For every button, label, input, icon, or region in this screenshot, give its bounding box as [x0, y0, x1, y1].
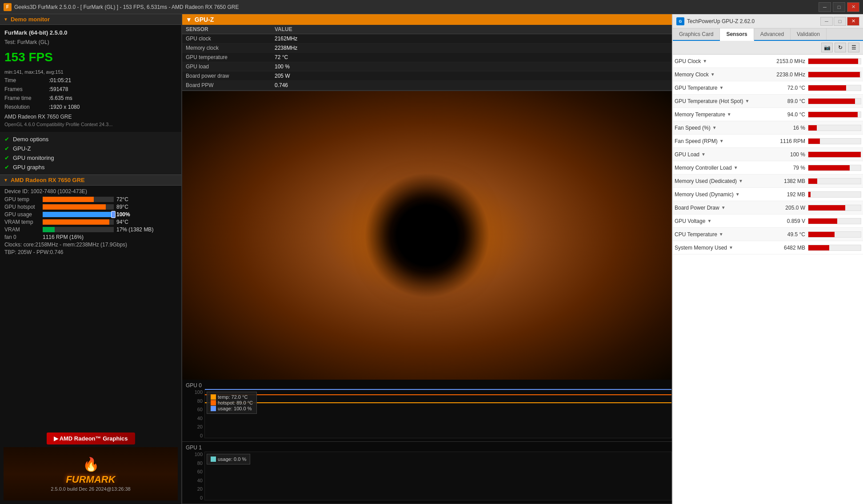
sensor-value: 6482 MB — [772, 245, 808, 251]
sensor-bar — [808, 165, 850, 171]
sensor-dropdown-icon[interactable]: ▼ — [745, 99, 750, 103]
render-area — [182, 91, 672, 380]
sensor-dropdown-icon[interactable]: ▼ — [712, 125, 717, 130]
frametime-row: Frame time : 6.635 ms — [4, 94, 177, 102]
sensor-dropdown-icon[interactable]: ▼ — [739, 179, 743, 183]
sensor-dropdown-icon[interactable]: ▼ — [734, 165, 738, 170]
graphs-area: GPU 0 100 80 60 40 20 0 — [182, 380, 672, 504]
legend-temp-color — [211, 394, 216, 400]
furmark-logo-text: FURMARK — [66, 474, 115, 485]
check-icon-4: ✔ — [4, 164, 9, 171]
center-panel: ▼ GPU-Z SENSOR VALUE GPU clock 2162MHz M… — [182, 14, 672, 504]
close-button[interactable]: ✕ — [847, 2, 859, 12]
tab-advanced[interactable]: Advanced — [754, 28, 791, 40]
sensor-row: Memory Controller Load ▼ 79 % — [673, 161, 863, 175]
sensor-dropdown-icon[interactable]: ▼ — [729, 245, 733, 250]
gpu1-graph-content: 100 80 60 40 20 0 usage: 0.0 % — [182, 452, 672, 500]
sensor-row: GPU Clock ▼ 2153.0 MHz — [673, 55, 863, 68]
gpuz-close-btn[interactable]: ✕ — [847, 17, 859, 26]
sensor-name: Fan Speed (%) ▼ — [675, 125, 772, 131]
triangle-down-icon: ▼ — [4, 17, 8, 22]
y-40: 40 — [184, 416, 203, 421]
gpu1-graph-area: usage: 0.0 % — [204, 452, 672, 500]
gpuz-row: Board power draw 205 W — [182, 71, 672, 81]
sensor-bar — [808, 192, 811, 197]
gpuz-cell-value: 0.746 — [271, 81, 672, 90]
gpu-usage-label: GPU usage — [4, 211, 40, 218]
tab-validation[interactable]: Validation — [791, 28, 827, 40]
gpuz-section: ▼ GPU-Z SENSOR VALUE GPU clock 2162MHz M… — [182, 14, 672, 91]
gpu-info-panel: Device ID: 1002-7480 (1002-473E) GPU tem… — [0, 186, 181, 259]
gpu0-graph-section: GPU 0 100 80 60 40 20 0 — [182, 380, 672, 442]
sensor-dropdown-icon[interactable]: ▼ — [727, 112, 731, 117]
y-100: 100 — [184, 389, 203, 395]
gpuz-minimize-btn[interactable]: ─ — [820, 17, 833, 26]
amd-button-label: AMD Radeon™ Graphics — [60, 435, 128, 442]
gpu-section-header[interactable]: ▼ AMD Radeon RX 7650 GRE — [0, 175, 181, 186]
clocks-label: Clocks: — [4, 242, 22, 248]
frametime-value: 6.635 ms — [50, 94, 72, 102]
gpuz-row: Memory clock 2238MHz — [182, 44, 672, 53]
sensor-dropdown-icon[interactable]: ▼ — [719, 232, 723, 237]
bottom-logo-area: ▶ AMD Radeon™ Graphics 🔥 FURMARK 2.5.0.0… — [0, 429, 181, 504]
sensor-row: System Memory Used ▼ 6482 MB — [673, 241, 863, 254]
sensor-name-text: Memory Used (Dedicated) — [675, 178, 737, 184]
gpu-temp-bar — [43, 197, 94, 202]
menu-gpu-monitoring[interactable]: ✔ GPU monitoring — [4, 153, 177, 163]
sensor-value: 0.859 V — [772, 218, 808, 224]
camera-button[interactable]: 📷 — [821, 43, 833, 52]
vram-row: VRAM 17% (1382 MB) — [4, 226, 177, 233]
demo-options-label: Demo options — [13, 136, 48, 143]
sensor-name: CPU Temperature ▼ — [675, 231, 772, 238]
eye-pupil — [392, 200, 463, 271]
gpuz-cell-sensor: GPU clock — [182, 34, 271, 43]
legend-temp: temp: 72.0 °C — [211, 394, 253, 400]
sensor-value: 192 MB — [772, 191, 808, 198]
clocks-row: Clocks: core:2158MHz - mem:2238MHz (17.9… — [4, 242, 177, 248]
sensor-bar-container — [808, 205, 861, 211]
demo-monitor-content: FurMark (64-bit) 2.5.0.0 Test: FurMark (… — [0, 25, 181, 132]
sensor-bar-container — [808, 218, 861, 224]
gpuz-triangle-icon: ▼ — [186, 16, 192, 23]
amd-graphics-button[interactable]: ▶ AMD Radeon™ Graphics — [47, 433, 135, 444]
sensor-dropdown-icon[interactable]: ▼ — [711, 72, 715, 77]
sensor-dropdown-icon[interactable]: ▼ — [703, 59, 707, 63]
y-axis-gpu0: 100 80 60 40 20 0 — [182, 389, 204, 438]
usage-slider-handle[interactable] — [111, 211, 116, 218]
maximize-button[interactable]: □ — [833, 2, 845, 12]
vram-label: VRAM — [4, 226, 40, 233]
y-20: 20 — [184, 424, 203, 429]
triangle-right-icon: ▶ — [54, 435, 60, 442]
vram-temp-bar-container — [43, 219, 114, 225]
menu-demo-options[interactable]: ✔ Demo options — [4, 135, 177, 144]
menu-gpu-graphs[interactable]: ✔ GPU graphs — [4, 163, 177, 172]
sensor-row: Board Power Draw ▼ 205.0 W — [673, 201, 863, 214]
vram-temp-row: VRAM temp 94°C — [4, 219, 177, 225]
legend-usage-label: usage: 100.0 % — [218, 406, 252, 411]
minimize-button[interactable]: ─ — [819, 2, 831, 12]
vram-bar-container — [43, 227, 114, 232]
sensor-dropdown-icon[interactable]: ▼ — [719, 85, 724, 90]
eye-render — [182, 91, 672, 380]
col-value-header: VALUE — [271, 25, 672, 34]
temp-line — [205, 402, 671, 403]
sensor-dropdown-icon[interactable]: ▼ — [701, 152, 706, 157]
sensor-dropdown-icon[interactable]: ▼ — [707, 218, 711, 223]
sensor-name: GPU Temperature (Hot Spot) ▼ — [675, 98, 772, 104]
tab-graphics-card[interactable]: Graphics Card — [673, 28, 720, 40]
refresh-button[interactable]: ↻ — [835, 43, 846, 52]
menu-button[interactable]: ☰ — [848, 43, 859, 52]
gpu-hotspot-value: 89°C — [116, 204, 148, 210]
menu-gpu-z[interactable]: ✔ GPU-Z — [4, 144, 177, 153]
sensor-dropdown-icon[interactable]: ▼ — [721, 205, 726, 210]
sensor-value: 79 % — [772, 165, 808, 171]
furmark-icon: F — [4, 3, 12, 11]
gpu-usage-value: 100% — [116, 211, 148, 218]
demo-monitor-header[interactable]: ▼ FurMark (64-bit) 2.5.0.0 Demo monitor — [0, 14, 181, 25]
sensor-dropdown-icon[interactable]: ▼ — [735, 192, 740, 197]
sensor-bar — [808, 59, 858, 64]
tab-sensors[interactable]: Sensors — [720, 28, 754, 41]
gpuz-maximize-btn[interactable]: □ — [834, 17, 846, 26]
sensor-dropdown-icon[interactable]: ▼ — [719, 139, 724, 143]
app-title: FurMark (64-bit) 2.5.0.0 — [4, 28, 177, 37]
